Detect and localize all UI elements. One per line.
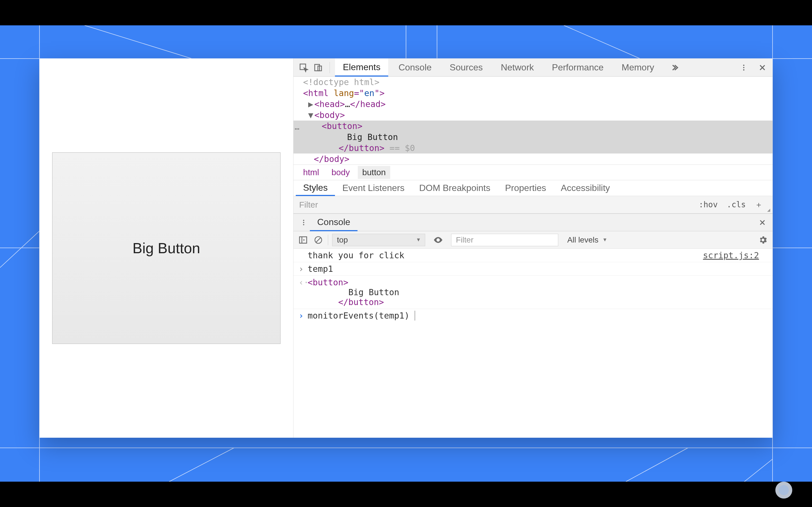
dom-body-close-partial: </body> [294,154,772,165]
console-drawer: Console top [294,214,772,438]
console-kebab-icon[interactable] [297,216,310,229]
svg-point-18 [743,67,745,68]
console-log-row: thank you for click script.js:2 [294,249,772,262]
resize-grip-icon[interactable]: ◢ [767,208,772,213]
subtab-event-listeners[interactable]: Event Listeners [335,180,412,196]
dom-doctype: <!doctype html> [303,77,379,87]
svg-line-13 [0,231,40,268]
ellipsis-icon[interactable]: … [295,122,299,131]
console-drawer-tab[interactable]: Console [310,214,357,231]
divider [328,235,328,245]
styles-cls-button[interactable]: .cls [722,200,750,209]
dom-selected-node[interactable]: … <button> Big Button </button> == $0 [294,121,772,154]
console-drawer-header: Console [294,214,772,231]
console-levels-label: All levels [567,235,598,244]
inspect-element-icon[interactable] [297,61,310,74]
devtools-panel: Elements Console Sources Network Perform… [293,59,772,438]
rendered-page-pane: Big Button [40,59,293,438]
elements-subtabs: Styles Event Listeners DOM Breakpoints P… [294,180,772,196]
svg-line-11 [626,448,688,482]
dom-text-node: Big Button [347,132,398,142]
svg-point-21 [303,222,304,223]
console-result-row: ‹· <button> Big Button </button> [294,276,772,309]
svg-point-19 [743,69,745,70]
svg-rect-15 [315,64,319,71]
dom-head-collapsed[interactable]: ▶<head>…</head> [294,99,772,110]
console-settings-icon[interactable] [757,234,769,245]
devtools-close-icon[interactable] [756,61,769,74]
console-input-row: › temp1 [294,262,772,276]
letterbox-top [0,0,812,25]
more-tabs-icon[interactable] [668,61,680,74]
console-levels-select[interactable]: All levels [567,235,607,244]
svg-line-12 [744,459,772,482]
devtools-kebab-icon[interactable] [738,61,750,74]
svg-line-26 [316,238,320,242]
svg-point-20 [303,220,304,221]
console-result-element[interactable]: <button> Big Button </button> [308,277,767,307]
console-log-source-link[interactable]: script.js:2 [703,250,767,260]
letterbox-bottom [0,482,812,507]
tab-performance[interactable]: Performance [544,59,612,76]
tab-memory[interactable]: Memory [614,59,662,76]
breadcrumb-html[interactable]: html [299,166,324,179]
subtab-properties[interactable]: Properties [498,180,553,196]
svg-point-17 [743,64,745,66]
big-button[interactable]: Big Button [52,152,281,344]
subtab-styles[interactable]: Styles [296,180,335,196]
subtab-accessibility[interactable]: Accessibility [553,180,617,196]
subtab-dom-breakpoints[interactable]: DOM Breakpoints [412,180,498,196]
styles-hov-button[interactable]: :hov [694,200,722,209]
device-toolbar-icon[interactable] [312,61,324,74]
live-expression-icon[interactable] [433,234,444,245]
dom-body-open[interactable]: ▼<body> [294,110,772,121]
breadcrumb-body[interactable]: body [327,166,354,179]
svg-line-8 [85,25,192,59]
elements-dom-tree[interactable]: <!doctype html> <html lang="en"> ▶<head>… [294,76,772,165]
console-sidebar-toggle-icon[interactable] [297,234,309,245]
dom-selected-marker: == $0 [385,143,415,153]
browser-devtools-window: Big Button Elements Console Sources Netw… [40,59,772,438]
chrome-logo-icon [775,482,792,499]
svg-rect-23 [299,237,307,243]
styles-filter-input[interactable] [294,200,694,210]
console-filter-input[interactable] [451,234,558,246]
elements-breadcrumb: html body button [294,165,772,180]
divider [329,62,330,73]
console-context-select[interactable]: top [332,234,425,246]
console-output[interactable]: thank you for click script.js:2 › temp1 … [294,249,772,438]
svg-line-10 [169,448,234,482]
console-prompt-row[interactable]: › monitorEvents(temp1) [294,309,772,322]
console-past-input: temp1 [308,264,767,274]
console-context-value: top [337,235,348,244]
devtools-main-tabbar: Elements Console Sources Network Perform… [294,59,772,76]
console-current-input[interactable]: monitorEvents(temp1) [308,311,767,321]
tab-console[interactable]: Console [391,59,439,76]
tab-elements[interactable]: Elements [335,59,388,76]
console-log-message: thank you for click [308,250,703,260]
tab-network[interactable]: Network [493,59,542,76]
breadcrumb-button[interactable]: button [358,166,390,179]
svg-line-9 [564,25,640,59]
svg-point-22 [303,224,304,225]
console-clear-icon[interactable] [313,234,324,245]
styles-add-rule-icon[interactable]: ＋ [750,200,767,210]
dom-html-open[interactable]: <html lang="en"> [294,88,772,99]
tab-sources[interactable]: Sources [442,59,491,76]
console-toolbar: top All levels [294,231,772,249]
console-drawer-close-icon[interactable] [756,216,769,229]
styles-filter-row: :hov .cls ＋ ◢ [294,196,772,214]
